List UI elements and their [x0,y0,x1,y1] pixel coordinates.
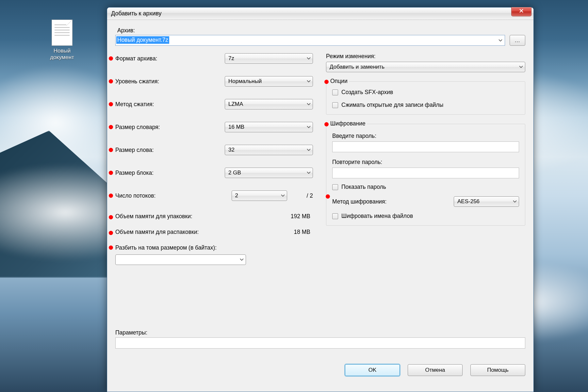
update-mode-select[interactable]: Добавить и заменить [326,62,525,72]
marker-dot [326,194,330,199]
marker-dot [109,102,113,106]
desktop-file-icon[interactable]: Новый документ [42,20,82,61]
checkbox-icon [332,213,338,219]
mem-pack-label: Объем памяти для упаковки: [115,213,277,221]
titlebar[interactable]: Добавить к архиву [107,8,533,20]
compression-method-select[interactable]: LZMA [225,99,313,109]
block-size-select[interactable]: 2 GB [225,168,313,178]
desktop-wallpaper: Новый документ Добавить к архиву Архив: … [0,0,588,392]
chevron-down-icon [307,126,311,128]
compress-open-files-checkbox-row[interactable]: Сжимать открытые для записи файлы [332,102,519,108]
repeat-password-label: Повторите пароль: [332,159,519,166]
archive-format-label: Формат архива: [115,55,225,62]
checkbox-icon [332,90,338,95]
show-password-label: Показать пароль [341,184,386,190]
encryption-group: Шифрование Введите пароль: Повторите пар… [326,124,525,226]
desktop-file-label: Новый документ [42,48,82,61]
marker-dot [109,148,113,152]
repeat-password-input[interactable] [332,168,519,178]
chevron-down-icon [307,149,311,151]
mem-unpack-value: 18 MB [277,229,313,237]
chevron-down-icon [519,66,523,68]
dictionary-size-label: Размер словаря: [115,124,225,131]
word-size-select[interactable]: 32 [225,145,313,155]
compression-level-select[interactable]: Нормальный [225,76,313,87]
text-file-icon [52,20,73,46]
split-volumes-label: Разбить на тома размером (в байтах): [115,244,313,251]
parameters-input[interactable] [115,337,525,349]
close-button[interactable] [511,7,531,16]
marker-dot [324,122,329,126]
marker-dot [109,246,113,250]
help-button[interactable]: Помощь [470,364,525,376]
encryption-method-select[interactable]: AES-256 [454,196,519,207]
block-size-label: Размер блока: [115,170,225,176]
sfx-checkbox-row[interactable]: Создать SFX-архив [332,89,519,96]
cancel-button[interactable]: Отмена [408,364,463,376]
add-to-archive-dialog: Добавить к архиву Архив: Новый документ.… [107,7,534,392]
encrypt-filenames-checkbox-row[interactable]: Шифровать имена файлов [332,213,519,220]
show-password-checkbox-row[interactable]: Показать пароль [332,184,519,190]
dictionary-size-select[interactable]: 16 MB [225,122,313,132]
chevron-down-icon [307,57,311,60]
options-title: Опции [329,78,349,85]
marker-dot [109,125,113,129]
close-icon [519,8,524,15]
browse-button[interactable]: ... [510,35,525,46]
archive-label: Архив: [117,27,525,34]
marker-dot [109,171,113,175]
update-mode-label: Режим изменения: [326,53,525,60]
mem-pack-value: 192 MB [277,213,313,221]
sfx-checkbox-label: Создать SFX-архив [341,89,393,96]
archive-name-input[interactable] [115,35,505,46]
window-title: Добавить к архиву [111,10,161,17]
encrypt-filenames-label: Шифровать имена файлов [341,213,413,220]
options-group: Опции Создать SFX-архив Сжимать открытые… [326,81,525,115]
ok-button[interactable]: OK [345,364,400,376]
marker-dot [109,215,113,220]
chevron-down-icon [513,200,517,203]
enter-password-label: Введите пароль: [332,133,519,139]
chevron-down-icon [307,103,311,106]
compression-level-label: Уровень сжатия: [115,78,225,85]
threads-max: / 2 [307,192,313,199]
chevron-down-icon [240,258,244,261]
marker-dot [109,79,113,84]
threads-label: Число потоков: [115,192,232,199]
chevron-down-icon [307,80,311,83]
chevron-down-icon [307,172,311,174]
encryption-title: Шифрование [329,120,367,127]
compression-method-label: Метод сжатия: [115,101,225,108]
parameters-label: Параметры: [115,329,525,336]
word-size-label: Размер слова: [115,147,225,154]
encryption-method-label: Метод шифрования: [332,198,450,205]
marker-dot [109,194,113,198]
marker-dot [109,231,113,235]
marker-dot [109,57,113,61]
split-volumes-combo[interactable] [115,254,246,265]
threads-select[interactable]: 2 [232,190,287,201]
password-input[interactable] [332,141,519,152]
checkbox-icon [332,184,338,190]
compress-open-files-label: Сжимать открытые для записи файлы [341,102,443,108]
checkbox-icon [332,102,338,108]
archive-name-combo[interactable]: Новый документ.7z [115,35,505,46]
marker-dot [324,80,329,84]
chevron-down-icon [281,194,285,197]
mem-unpack-label: Объем памяти для распаковки: [115,229,277,237]
archive-format-select[interactable]: 7z [225,53,313,64]
